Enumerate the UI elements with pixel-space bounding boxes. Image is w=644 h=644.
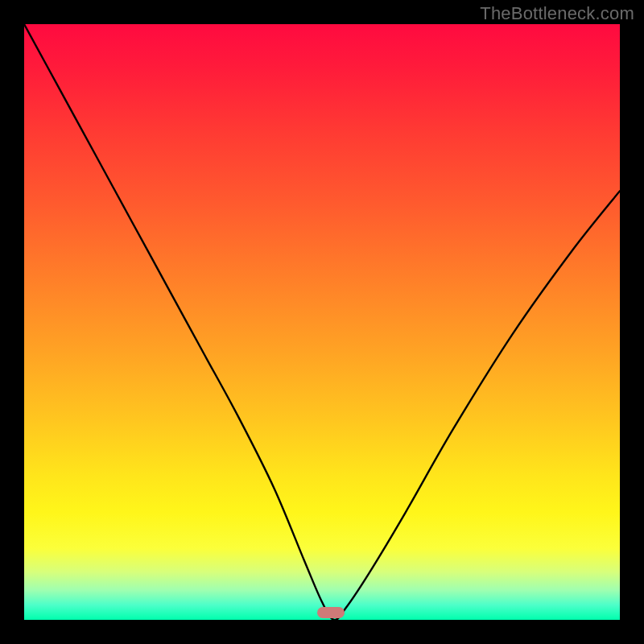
watermark-text: TheBottleneck.com	[480, 3, 634, 24]
optimal-marker	[317, 607, 345, 618]
bottleneck-curve	[24, 24, 620, 620]
chart-frame: TheBottleneck.com	[0, 0, 644, 644]
plot-area	[24, 24, 620, 620]
